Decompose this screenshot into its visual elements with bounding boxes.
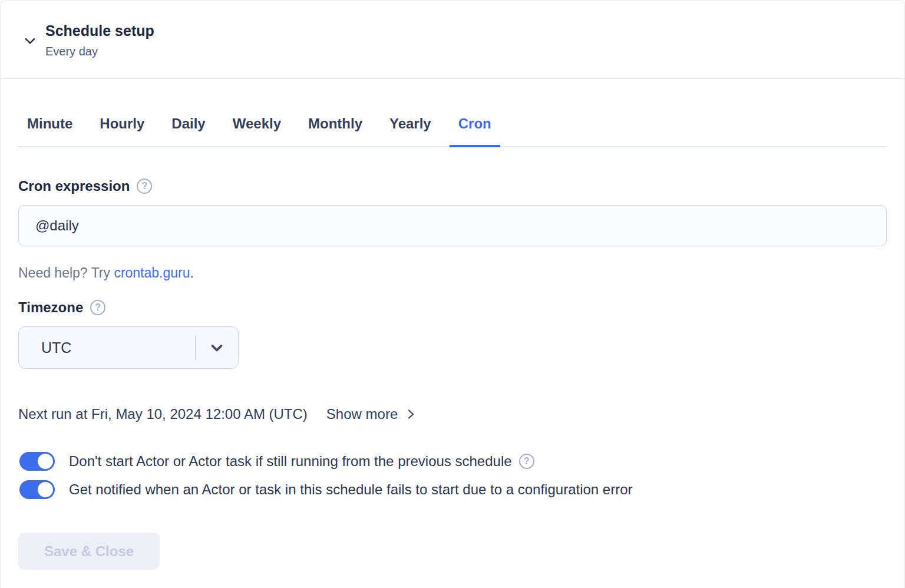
notify-toggle-label: Get notified when an Actor or task in th… [69, 480, 633, 500]
cron-help-suffix: . [190, 265, 194, 280]
crontab-guru-link[interactable]: crontab.guru [114, 265, 190, 280]
next-run-text: Next run at Fri, May 10, 2024 12:00 AM (… [18, 405, 308, 423]
timezone-label: Timezone [18, 298, 83, 317]
timezone-selected-value: UTC [19, 339, 195, 356]
tab-yearly[interactable]: Yearly [381, 114, 440, 147]
header-titles: Schedule setup Every day [45, 22, 154, 60]
page-title: Schedule setup [45, 22, 154, 39]
dont-start-toggle[interactable] [19, 452, 55, 471]
timezone-select[interactable]: UTC [18, 326, 239, 369]
show-more-label: Show more [326, 405, 398, 423]
chevron-right-icon [404, 407, 418, 421]
question-circle-icon[interactable]: ? [90, 300, 105, 315]
tab-daily[interactable]: Daily [163, 114, 214, 147]
toggle-knob [38, 482, 53, 497]
show-more-button[interactable]: Show more [326, 405, 418, 423]
toggle-row-dont-start: Don't start Actor or Actor task if still… [18, 451, 887, 471]
notify-toggle-label-row: Get notified when an Actor or task in th… [69, 480, 633, 500]
page-subtitle: Every day [45, 43, 154, 60]
panel-header: Schedule setup Every day [1, 1, 904, 79]
schedule-type-tabs: Minute Hourly Daily Weekly Monthly Yearl… [18, 114, 887, 147]
dont-start-toggle-label-row: Don't start Actor or Actor task if still… [69, 451, 534, 471]
chevron-down-icon[interactable] [22, 32, 38, 49]
question-circle-icon[interactable]: ? [519, 454, 534, 469]
toggle-row-notify: Get notified when an Actor or task in th… [18, 480, 887, 500]
cron-expression-label-row: Cron expression ? [18, 177, 887, 196]
cron-help-text: Need help? Try crontab.guru. [18, 264, 887, 282]
chevron-down-icon[interactable] [196, 339, 238, 356]
question-circle-icon[interactable]: ? [137, 179, 152, 194]
dont-start-toggle-label: Don't start Actor or Actor task if still… [69, 451, 512, 471]
schedule-options: Don't start Actor or Actor task if still… [18, 451, 887, 500]
panel-content: Minute Hourly Daily Weekly Monthly Yearl… [1, 114, 904, 570]
next-run-row: Next run at Fri, May 10, 2024 12:00 AM (… [18, 405, 887, 423]
cron-help-prefix: Need help? Try [18, 265, 114, 280]
tab-monthly[interactable]: Monthly [299, 114, 371, 147]
tab-cron[interactable]: Cron [450, 114, 500, 147]
toggle-knob [38, 454, 53, 469]
notify-toggle[interactable] [19, 480, 55, 499]
tab-weekly[interactable]: Weekly [224, 114, 290, 147]
tab-hourly[interactable]: Hourly [91, 114, 153, 147]
tab-minute[interactable]: Minute [18, 114, 81, 147]
schedule-setup-panel: Schedule setup Every day Minute Hourly D… [0, 0, 905, 588]
save-close-button[interactable]: Save & Close [18, 533, 160, 570]
cron-expression-input[interactable] [18, 205, 887, 246]
cron-expression-label: Cron expression [18, 177, 130, 196]
timezone-label-row: Timezone ? [18, 298, 887, 317]
